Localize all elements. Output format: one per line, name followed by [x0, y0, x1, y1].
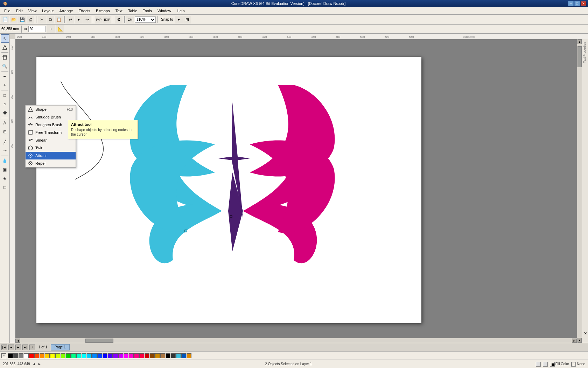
size-input[interactable] — [28, 26, 46, 32]
light-green-swatch[interactable] — [61, 353, 65, 358]
horizontal-scrollbar[interactable]: ◄ ► — [15, 338, 577, 343]
orange-swatch[interactable] — [40, 353, 44, 358]
close-button[interactable]: ✕ — [581, 1, 586, 6]
new-button[interactable]: 📄 — [1, 16, 9, 23]
polygon-tool-button[interactable]: ⬟ — [1, 109, 9, 117]
menu-view[interactable]: View — [26, 7, 40, 14]
table-tool-button[interactable]: ⊞ — [1, 128, 9, 136]
black-swatch[interactable] — [8, 353, 13, 358]
orange-red-swatch[interactable] — [34, 353, 39, 358]
text-tool-button[interactable]: A — [1, 119, 9, 127]
maximize-button[interactable]: □ — [574, 1, 580, 6]
purple-swatch[interactable] — [118, 353, 123, 358]
blue-swatch[interactable] — [97, 353, 102, 358]
menu-effects[interactable]: Effects — [76, 7, 93, 14]
shape-tool-button[interactable] — [1, 43, 9, 52]
menu-arrange[interactable]: Arrange — [56, 7, 76, 14]
export-button[interactable]: EXP — [103, 16, 111, 23]
pick-tool-button[interactable]: ↖ — [1, 34, 9, 43]
connector-tool-button[interactable]: ⊸ — [1, 146, 9, 155]
smart-fill-button[interactable]: ◈ — [1, 174, 9, 183]
zoom-levels-button[interactable]: ZM — [126, 16, 134, 23]
menu-item-twirl[interactable]: Twirl — [26, 144, 76, 152]
cyan-green-swatch[interactable] — [76, 353, 81, 358]
white-swatch[interactable] — [24, 353, 29, 358]
next-page-button[interactable]: ► — [15, 345, 21, 350]
scroll-down-button[interactable]: ▼ — [578, 338, 582, 343]
stroke-color-box[interactable] — [571, 362, 576, 367]
hot-pink-swatch[interactable] — [134, 353, 139, 358]
snap-dropdown[interactable]: ▾ — [175, 16, 183, 23]
minimize-button[interactable]: ─ — [568, 1, 574, 6]
close-panel-button[interactable]: ✕ — [583, 331, 588, 336]
pink-swatch[interactable] — [129, 353, 134, 358]
zoom-select[interactable]: 110% 100% 75% 50% — [135, 16, 156, 23]
menu-file[interactable]: File — [1, 7, 13, 14]
scroll-h-thumb[interactable] — [85, 339, 113, 343]
red-swatch[interactable] — [29, 353, 34, 358]
prev-page-button[interactable]: ◄ — [8, 345, 14, 350]
rectangle-tool-button[interactable]: □ — [1, 91, 9, 100]
cyan2-swatch[interactable] — [176, 353, 181, 358]
artwork-main[interactable] — [117, 85, 344, 260]
undo-button[interactable]: ↩ — [66, 16, 74, 23]
scroll-right-button[interactable]: ► — [572, 339, 577, 343]
menu-window[interactable]: Window — [155, 7, 174, 14]
tan-swatch[interactable] — [160, 353, 165, 358]
save-button[interactable]: 💾 — [18, 16, 26, 23]
yellow-swatch[interactable] — [50, 353, 55, 358]
canvas-background[interactable]: Shape F10 Smudge Brush Roughen Brush — [15, 39, 582, 343]
violet-swatch[interactable] — [113, 353, 118, 358]
menu-layout[interactable]: Layout — [39, 7, 56, 14]
menu-item-shape[interactable]: Shape F10 — [26, 105, 76, 113]
menu-edit[interactable]: Edit — [13, 7, 26, 14]
page-1-tab[interactable]: Page 1 — [51, 344, 70, 350]
print-button[interactable]: 🖨 — [27, 16, 34, 23]
orange2-swatch[interactable] — [187, 353, 191, 358]
amber-swatch[interactable] — [45, 353, 50, 358]
dark2-swatch[interactable] — [171, 353, 176, 358]
nav-arrow-right[interactable]: ► — [38, 362, 41, 366]
import-button[interactable]: IMP — [95, 16, 103, 23]
indigo-swatch[interactable] — [108, 353, 113, 358]
dark-red-swatch[interactable] — [145, 353, 149, 358]
smart-draw-button[interactable]: ⌖ — [1, 81, 9, 89]
gold-swatch[interactable] — [155, 353, 160, 358]
paste-button[interactable]: 📋 — [55, 16, 63, 23]
vertical-scrollbar[interactable]: ▲ ▼ — [577, 39, 582, 343]
add-page-button[interactable]: + — [29, 345, 35, 350]
menu-table[interactable]: Table — [125, 7, 140, 14]
last-page-button[interactable]: ►| — [22, 345, 28, 350]
fill-tool-button[interactable]: ▣ — [1, 165, 9, 174]
freehand-tool-button[interactable]: ✒ — [1, 72, 9, 81]
menu-item-repel[interactable]: Repel — [26, 159, 76, 167]
size-increase[interactable]: + — [47, 25, 55, 33]
nav-arrow-left[interactable]: ◄ — [32, 362, 36, 366]
dark-gray-swatch[interactable] — [13, 353, 18, 358]
menu-text[interactable]: Text — [113, 7, 125, 14]
no-color-swatch[interactable]: ✕ — [1, 353, 6, 358]
crimson-swatch[interactable] — [139, 353, 144, 358]
black2-swatch[interactable] — [166, 353, 170, 358]
brown-swatch[interactable] — [150, 353, 155, 358]
cut-button[interactable]: ✂ — [38, 16, 46, 23]
menu-tools[interactable]: Tools — [140, 7, 155, 14]
scroll-thumb[interactable] — [578, 46, 582, 67]
transparency-button[interactable]: ◻ — [1, 183, 9, 191]
dark-blue-swatch[interactable] — [103, 353, 107, 358]
dropper-tool-button[interactable]: 💧 — [1, 157, 9, 165]
open-button[interactable]: 📂 — [10, 16, 18, 23]
snap-indicator[interactable] — [536, 362, 541, 367]
menu-help[interactable]: Help — [174, 7, 188, 14]
yellow-green-swatch[interactable] — [55, 353, 60, 358]
magenta-swatch[interactable] — [124, 353, 128, 358]
scroll-up-button[interactable]: ▲ — [578, 39, 582, 44]
snap-settings[interactable]: ⊞ — [183, 16, 191, 23]
sky-blue-swatch[interactable] — [92, 353, 97, 358]
undo-dropdown[interactable]: ▾ — [75, 16, 83, 23]
scroll-left-button[interactable]: ◄ — [15, 339, 20, 343]
cyan-swatch[interactable] — [82, 353, 86, 358]
menu-item-attract[interactable]: Attract — [26, 152, 76, 159]
fill-color-box[interactable] — [550, 362, 555, 367]
blue2-swatch[interactable] — [181, 353, 186, 358]
